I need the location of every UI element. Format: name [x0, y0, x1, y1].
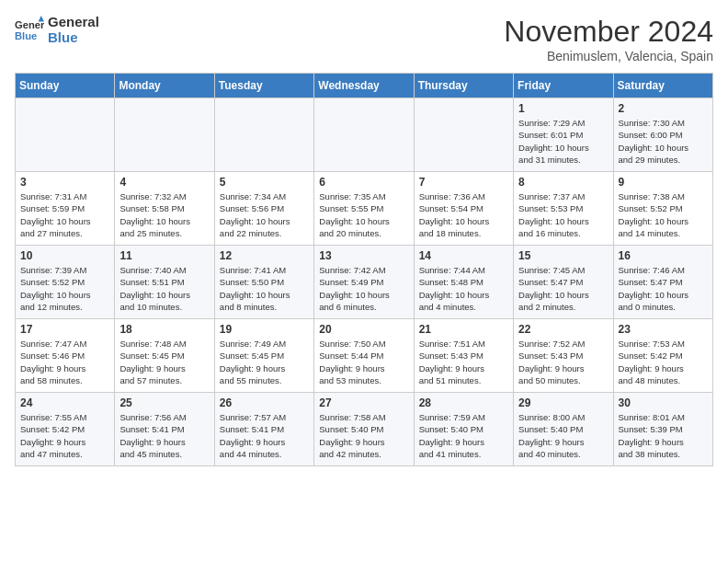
- calendar-cell: 1Sunrise: 7:29 AM Sunset: 6:01 PM Daylig…: [514, 98, 613, 172]
- calendar-cell: 8Sunrise: 7:37 AM Sunset: 5:53 PM Daylig…: [514, 172, 613, 246]
- day-info: Sunrise: 7:52 AM Sunset: 5:43 PM Dayligh…: [518, 338, 608, 386]
- day-number: 16: [619, 249, 708, 262]
- calendar-cell: 7Sunrise: 7:36 AM Sunset: 5:54 PM Daylig…: [414, 172, 513, 246]
- day-number: 20: [319, 323, 408, 336]
- calendar-week-3: 17Sunrise: 7:47 AM Sunset: 5:46 PM Dayli…: [16, 319, 713, 393]
- day-number: 8: [518, 176, 608, 189]
- header-saturday: Saturday: [613, 74, 712, 98]
- calendar-cell: 6Sunrise: 7:35 AM Sunset: 5:55 PM Daylig…: [314, 172, 414, 246]
- calendar-cell: [16, 98, 115, 172]
- day-info: Sunrise: 7:34 AM Sunset: 5:56 PM Dayligh…: [220, 190, 309, 239]
- logo-general: General: [48, 15, 99, 30]
- day-info: Sunrise: 7:42 AM Sunset: 5:49 PM Dayligh…: [319, 264, 408, 313]
- day-info: Sunrise: 7:46 AM Sunset: 5:47 PM Dayligh…: [619, 264, 708, 313]
- day-number: 27: [319, 396, 408, 409]
- calendar-cell: 4Sunrise: 7:32 AM Sunset: 5:58 PM Daylig…: [115, 172, 214, 246]
- day-info: Sunrise: 7:59 AM Sunset: 5:40 PM Dayligh…: [419, 411, 508, 460]
- day-number: 25: [119, 396, 209, 409]
- day-info: Sunrise: 8:00 AM Sunset: 5:40 PM Dayligh…: [518, 411, 608, 460]
- day-number: 24: [20, 396, 109, 409]
- header-thursday: Thursday: [414, 74, 513, 98]
- header-tuesday: Tuesday: [214, 74, 313, 98]
- calendar-cell: 27Sunrise: 7:58 AM Sunset: 5:40 PM Dayli…: [314, 393, 414, 466]
- day-info: Sunrise: 7:40 AM Sunset: 5:51 PM Dayligh…: [119, 264, 209, 313]
- calendar-cell: 14Sunrise: 7:44 AM Sunset: 5:48 PM Dayli…: [414, 246, 513, 319]
- calendar-cell: 21Sunrise: 7:51 AM Sunset: 5:43 PM Dayli…: [414, 319, 513, 393]
- day-info: Sunrise: 7:55 AM Sunset: 5:42 PM Dayligh…: [20, 411, 109, 460]
- day-number: 22: [518, 323, 608, 336]
- calendar-cell: 5Sunrise: 7:34 AM Sunset: 5:56 PM Daylig…: [214, 172, 313, 246]
- calendar-cell: 10Sunrise: 7:39 AM Sunset: 5:52 PM Dayli…: [16, 246, 115, 319]
- calendar-cell: 26Sunrise: 7:57 AM Sunset: 5:41 PM Dayli…: [214, 393, 313, 466]
- day-number: 19: [220, 323, 309, 336]
- calendar-cell: 13Sunrise: 7:42 AM Sunset: 5:49 PM Dayli…: [314, 246, 414, 319]
- day-number: 29: [518, 396, 608, 409]
- day-info: Sunrise: 7:58 AM Sunset: 5:40 PM Dayligh…: [319, 411, 408, 460]
- day-number: 2: [619, 102, 708, 115]
- day-number: 5: [220, 176, 309, 189]
- day-number: 1: [518, 102, 608, 115]
- calendar-cell: 30Sunrise: 8:01 AM Sunset: 5:39 PM Dayli…: [613, 393, 712, 466]
- day-number: 26: [220, 396, 309, 409]
- header-wednesday: Wednesday: [314, 74, 414, 98]
- day-number: 30: [619, 396, 708, 409]
- header-monday: Monday: [115, 74, 214, 98]
- calendar-header-row: SundayMondayTuesdayWednesdayThursdayFrid…: [16, 74, 713, 98]
- day-info: Sunrise: 7:47 AM Sunset: 5:46 PM Dayligh…: [20, 338, 109, 386]
- logo-icon: General Blue: [15, 16, 44, 45]
- day-number: 28: [419, 396, 508, 409]
- page-header: General Blue General Blue November 2024 …: [15, 15, 713, 63]
- day-number: 10: [20, 249, 109, 262]
- day-info: Sunrise: 7:37 AM Sunset: 5:53 PM Dayligh…: [518, 190, 608, 239]
- day-number: 15: [518, 249, 608, 262]
- day-number: 21: [419, 323, 508, 336]
- calendar-cell: 25Sunrise: 7:56 AM Sunset: 5:41 PM Dayli…: [115, 393, 214, 466]
- svg-marker-2: [39, 16, 44, 21]
- day-info: Sunrise: 7:39 AM Sunset: 5:52 PM Dayligh…: [20, 264, 109, 313]
- calendar-cell: 9Sunrise: 7:38 AM Sunset: 5:52 PM Daylig…: [613, 172, 712, 246]
- title-section: November 2024 Benimuslem, Valencia, Spai…: [504, 15, 713, 63]
- logo: General Blue General Blue: [15, 15, 99, 45]
- day-number: 9: [619, 176, 708, 189]
- day-number: 14: [419, 249, 508, 262]
- day-number: 17: [20, 323, 109, 336]
- calendar-cell: [314, 98, 414, 172]
- day-info: Sunrise: 7:49 AM Sunset: 5:45 PM Dayligh…: [220, 338, 309, 386]
- day-info: Sunrise: 7:41 AM Sunset: 5:50 PM Dayligh…: [220, 264, 309, 313]
- location: Benimuslem, Valencia, Spain: [504, 49, 713, 63]
- calendar-cell: 22Sunrise: 7:52 AM Sunset: 5:43 PM Dayli…: [514, 319, 613, 393]
- day-number: 6: [319, 176, 408, 189]
- calendar-week-2: 10Sunrise: 7:39 AM Sunset: 5:52 PM Dayli…: [16, 246, 713, 319]
- day-info: Sunrise: 7:57 AM Sunset: 5:41 PM Dayligh…: [220, 411, 309, 460]
- day-info: Sunrise: 7:31 AM Sunset: 5:59 PM Dayligh…: [20, 190, 109, 239]
- day-number: 12: [220, 249, 309, 262]
- day-info: Sunrise: 7:53 AM Sunset: 5:42 PM Dayligh…: [619, 338, 708, 386]
- day-info: Sunrise: 7:38 AM Sunset: 5:52 PM Dayligh…: [619, 190, 708, 239]
- day-info: Sunrise: 8:01 AM Sunset: 5:39 PM Dayligh…: [619, 411, 708, 460]
- calendar-cell: 17Sunrise: 7:47 AM Sunset: 5:46 PM Dayli…: [16, 319, 115, 393]
- day-number: 13: [319, 249, 408, 262]
- calendar-cell: 20Sunrise: 7:50 AM Sunset: 5:44 PM Dayli…: [314, 319, 414, 393]
- day-number: 11: [119, 249, 209, 262]
- calendar-cell: 2Sunrise: 7:30 AM Sunset: 6:00 PM Daylig…: [613, 98, 712, 172]
- calendar-cell: 23Sunrise: 7:53 AM Sunset: 5:42 PM Dayli…: [613, 319, 712, 393]
- day-info: Sunrise: 7:35 AM Sunset: 5:55 PM Dayligh…: [319, 190, 408, 239]
- day-number: 3: [20, 176, 109, 189]
- calendar-table: SundayMondayTuesdayWednesdayThursdayFrid…: [15, 73, 713, 466]
- calendar-cell: 16Sunrise: 7:46 AM Sunset: 5:47 PM Dayli…: [613, 246, 712, 319]
- calendar-cell: 3Sunrise: 7:31 AM Sunset: 5:59 PM Daylig…: [16, 172, 115, 246]
- calendar-cell: 24Sunrise: 7:55 AM Sunset: 5:42 PM Dayli…: [16, 393, 115, 466]
- calendar-cell: [214, 98, 313, 172]
- calendar-cell: [414, 98, 513, 172]
- day-info: Sunrise: 7:51 AM Sunset: 5:43 PM Dayligh…: [419, 338, 508, 386]
- day-info: Sunrise: 7:45 AM Sunset: 5:47 PM Dayligh…: [518, 264, 608, 313]
- day-info: Sunrise: 7:48 AM Sunset: 5:45 PM Dayligh…: [119, 338, 209, 386]
- day-number: 18: [119, 323, 209, 336]
- day-info: Sunrise: 7:32 AM Sunset: 5:58 PM Dayligh…: [119, 190, 209, 239]
- month-title: November 2024: [504, 15, 713, 49]
- calendar-cell: 19Sunrise: 7:49 AM Sunset: 5:45 PM Dayli…: [214, 319, 313, 393]
- calendar-cell: 12Sunrise: 7:41 AM Sunset: 5:50 PM Dayli…: [214, 246, 313, 319]
- day-info: Sunrise: 7:29 AM Sunset: 6:01 PM Dayligh…: [518, 117, 608, 166]
- day-info: Sunrise: 7:30 AM Sunset: 6:00 PM Dayligh…: [619, 117, 708, 166]
- calendar-cell: 29Sunrise: 8:00 AM Sunset: 5:40 PM Dayli…: [514, 393, 613, 466]
